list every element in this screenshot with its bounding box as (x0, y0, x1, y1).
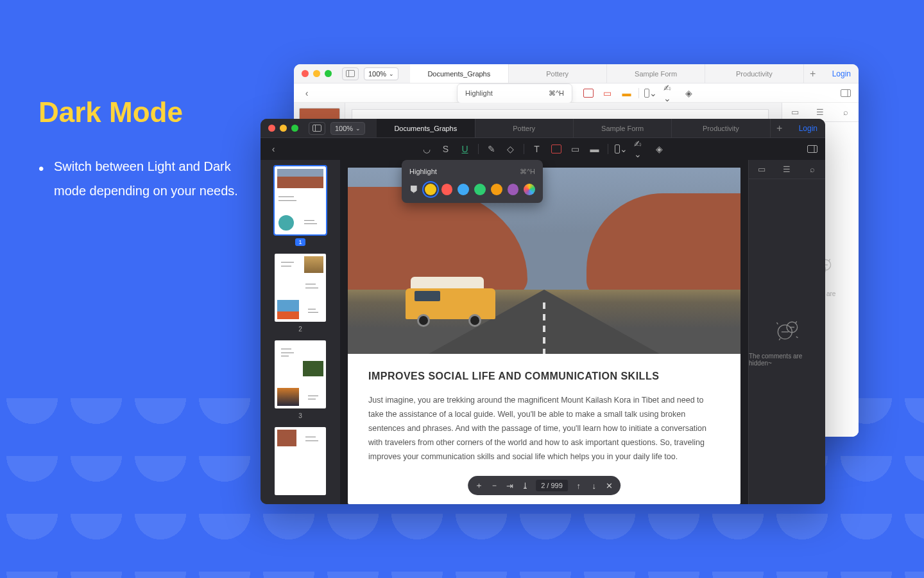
close-button[interactable] (268, 125, 275, 132)
textbox-tool[interactable] (582, 87, 595, 100)
note-tool[interactable]: ▬ (588, 143, 601, 155)
thumb-num-1: 1 (267, 238, 334, 246)
color-row: ⛊ (409, 184, 535, 195)
thumbnail-2[interactable]: ▬▬▬▬▬▬▬▬▬ ▬▬▬▬▬▬▬▬▬ ▬▬▬▬▬▬▬ (275, 254, 326, 322)
zoom-out-button[interactable]: － (490, 480, 499, 491)
close-button[interactable] (302, 70, 309, 77)
close-pager-button[interactable]: ✕ (605, 481, 614, 491)
article-body: Just imagine, you are trekking around th… (368, 394, 720, 464)
zoom-in-button[interactable]: ＋ (474, 480, 483, 491)
thumb-num-3: 3 (267, 412, 334, 419)
highlight-popover-dark: Highlight ⌘^H ⛊ (402, 160, 543, 203)
comments-tab[interactable]: ▭ (756, 164, 767, 175)
article-heading: IMPROVES SOCIAL LIFE AND COMMUNICATION S… (368, 371, 720, 382)
stamp-tool[interactable]: ▭ (601, 87, 614, 100)
popover-shortcut: ⌘^H (520, 168, 535, 176)
right-panel-dark: ▭ ☰ ⌕ The comments are hidden~ (748, 160, 825, 504)
search-tab[interactable]: ⌕ (840, 107, 851, 118)
svg-rect-0 (346, 71, 355, 77)
tab-documents-graphs[interactable]: Documents_Graphs (410, 64, 508, 83)
text-tool[interactable]: T (531, 143, 543, 155)
tab-sample-form[interactable]: Sample Form (574, 119, 672, 137)
attachment-tool[interactable]: ◈ (683, 87, 696, 100)
strikethrough-tool[interactable]: S (440, 143, 452, 155)
zoom-select[interactable]: 100% (330, 122, 365, 135)
fit-width-button[interactable]: ⇥ (505, 481, 514, 491)
tab-productivity[interactable]: Productivity (672, 119, 770, 137)
page-indicator[interactable]: 2 / 999 (536, 480, 568, 491)
tab-sample-form[interactable]: Sample Form (607, 64, 705, 83)
login-link[interactable]: Login (832, 69, 851, 78)
minimize-button[interactable] (280, 125, 287, 132)
color-green[interactable] (474, 184, 486, 195)
shape-tool[interactable]: ⌄ (615, 143, 628, 155)
tab-pottery[interactable]: Pottery (509, 64, 607, 83)
back-button[interactable]: ‹ (267, 143, 280, 155)
panel-toggle[interactable] (839, 87, 852, 100)
tab-productivity[interactable]: Productivity (705, 64, 803, 83)
comments-empty-icon (773, 317, 801, 345)
underline-tool[interactable]: U (459, 143, 472, 155)
prev-page-button[interactable]: ↑ (574, 481, 583, 491)
color-blue[interactable] (458, 184, 469, 195)
color-red[interactable] (441, 184, 453, 195)
shape-tool[interactable]: ⌄ (644, 87, 657, 100)
next-page-button[interactable]: ↓ (590, 481, 599, 491)
list-tab[interactable]: ☰ (814, 107, 826, 118)
highlight-tool[interactable]: ◡ (420, 143, 433, 155)
popover-title: Highlight (409, 168, 437, 176)
titlebar-light: 100% Documents_Graphs Pottery Sample For… (294, 64, 859, 83)
thumb-num-2: 2 (267, 326, 334, 333)
color-yellow[interactable] (425, 184, 436, 195)
comments-tab[interactable]: ▭ (789, 107, 801, 118)
fit-page-button[interactable]: ⤓ (520, 481, 529, 491)
minimize-button[interactable] (313, 70, 320, 77)
popover-title: Highlight (465, 89, 493, 98)
sidebar-toggle[interactable] (309, 122, 325, 135)
tab-pottery[interactable]: Pottery (475, 119, 574, 137)
eraser-tool[interactable]: ◇ (504, 143, 517, 155)
svg-rect-8 (313, 125, 321, 132)
toolbar-dark: ‹ ◡ S U ✎ ◇ T ▭ ▬ ⌄ ✍︎⌄ ◈ (261, 138, 825, 160)
traffic-lights (268, 125, 298, 132)
new-tab-button[interactable]: + (771, 119, 789, 137)
attachment-tool[interactable]: ◈ (653, 143, 666, 155)
thumbnail-4[interactable]: ▬▬▬▬▬▬▬▬▬ (275, 427, 326, 495)
highlight-popover-light: Highlight ⌘^H (457, 83, 572, 103)
app-window-dark: 100% Documents_Graphs Pottery Sample For… (261, 119, 825, 504)
search-tab[interactable]: ⌕ (807, 164, 818, 175)
signature-tool[interactable]: ✍︎⌄ (663, 87, 676, 100)
zoom-select[interactable]: 100% (364, 67, 398, 80)
document-page: IMPROVES SOCIAL LIFE AND COMMUNICATION S… (348, 168, 740, 504)
note-tool[interactable]: ▬ (620, 87, 633, 100)
thumbnail-3[interactable]: ▬▬▬▬▬▬▬▬▬▬▬▬ ▬▬▬▬▬▬▬ (275, 340, 326, 408)
list-tab[interactable]: ☰ (781, 164, 792, 175)
tabs-light: Documents_Graphs Pottery Sample Form Pro… (410, 64, 821, 83)
thumbnails-dark: ▬▬▬▬▬▬▬▬▬▬▬▬▬ ▬▬▬▬▬▬▬▬▬ 1 ▬▬▬▬▬▬▬▬▬ ▬▬▬▬… (261, 160, 340, 504)
document-area-dark: IMPROVES SOCIAL LIFE AND COMMUNICATION S… (340, 160, 748, 504)
marketing-title: Dark Mode (38, 96, 244, 128)
traffic-lights (302, 70, 332, 77)
titlebar-dark: 100% Documents_Graphs Pottery Sample For… (261, 119, 825, 138)
color-purple[interactable] (508, 184, 519, 195)
maximize-button[interactable] (291, 125, 298, 132)
maximize-button[interactable] (325, 70, 332, 77)
panel-toggle[interactable] (806, 143, 819, 155)
new-tab-button[interactable]: + (804, 64, 822, 83)
thumbnail-1[interactable]: ▬▬▬▬▬▬▬▬▬▬▬▬▬ ▬▬▬▬▬▬▬▬▬ (275, 166, 326, 234)
textbox-tool[interactable] (550, 143, 563, 155)
back-button[interactable]: ‹ (300, 87, 313, 100)
color-multicolor[interactable] (524, 184, 535, 195)
svg-rect-2 (841, 89, 851, 96)
pen-tool[interactable]: ✎ (485, 143, 498, 155)
toolbar-light: ‹ ◡ S U ✎ ◇ T ▭ ▬ ⌄ ✍︎⌄ ◈ (294, 83, 859, 103)
paint-bucket-icon[interactable]: ⛊ (409, 184, 418, 195)
svg-rect-10 (808, 146, 817, 153)
color-orange[interactable] (491, 184, 502, 195)
signature-tool[interactable]: ✍︎⌄ (634, 143, 647, 155)
tab-documents-graphs[interactable]: Documents_Graphs (377, 119, 475, 137)
stamp-tool[interactable]: ▭ (569, 143, 582, 155)
tabs-dark: Documents_Graphs Pottery Sample Form Pro… (377, 119, 788, 137)
sidebar-toggle[interactable] (342, 67, 359, 80)
login-link[interactable]: Login (799, 124, 817, 133)
